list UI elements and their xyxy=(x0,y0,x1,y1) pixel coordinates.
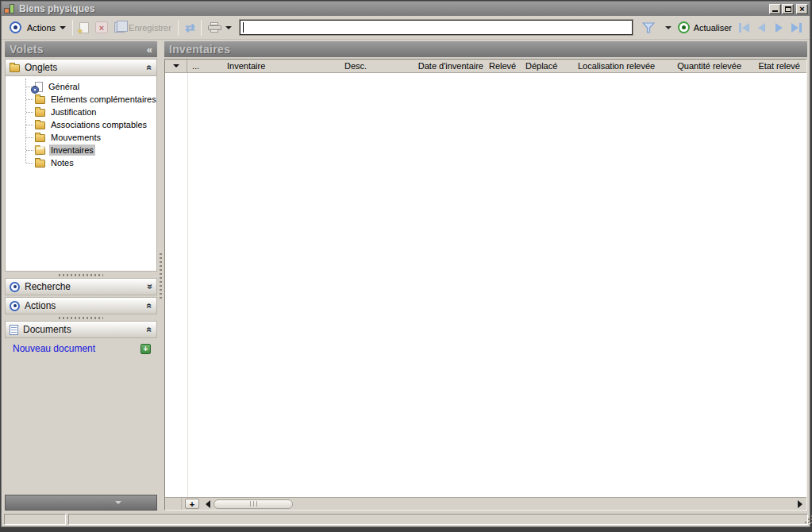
toolbar-separator xyxy=(72,20,73,36)
document-icon xyxy=(10,325,18,335)
tree-item-label: Justification xyxy=(49,106,98,118)
column-header-quantit-relev-e[interactable]: Quantité relevée xyxy=(672,60,751,72)
column-header-ellipsis[interactable]: ... xyxy=(187,60,224,72)
new-document-link[interactable]: Nouveau document xyxy=(13,343,140,354)
sidebar-item-associations-comptables[interactable]: Associations comptables xyxy=(6,118,156,131)
last-record-icon xyxy=(791,23,799,33)
folder-icon xyxy=(35,109,45,117)
chevron-up-icon[interactable]: « xyxy=(144,65,156,71)
last-record-button[interactable] xyxy=(787,20,805,36)
grid-header-row: ...InventaireDesc.Date d'inventaireRelev… xyxy=(165,60,806,73)
row-selector-dropdown[interactable] xyxy=(165,60,187,72)
minimize-icon xyxy=(772,10,778,12)
onglets-tree: GénéralEléments complémentairesJustifica… xyxy=(5,76,157,272)
save-button[interactable]: Enregistrer xyxy=(111,18,175,37)
resize-grip[interactable] xyxy=(805,522,806,523)
column-header-d-plac-[interactable]: Déplacé xyxy=(522,60,568,72)
sidebar-item-elements-complementaires[interactable]: Eléments complémentaires xyxy=(6,93,156,106)
new-record-icon: ★ xyxy=(79,22,89,33)
search-box xyxy=(240,20,632,35)
filter-button[interactable] xyxy=(639,18,658,37)
close-button[interactable]: × xyxy=(796,4,808,14)
folder-icon xyxy=(35,121,45,129)
delete-icon: × xyxy=(95,21,108,33)
refresh-button[interactable]: Actualiser xyxy=(675,18,735,37)
first-record-icon xyxy=(739,23,741,33)
horizontal-splitter[interactable] xyxy=(5,314,157,321)
scroll-corner xyxy=(166,498,182,510)
save-icon xyxy=(114,22,125,33)
horizontal-scrollbar: + xyxy=(165,497,806,510)
chevron-down-icon xyxy=(60,26,66,29)
section-documents-label: Documents xyxy=(23,324,147,335)
next-record-icon xyxy=(775,23,783,33)
filter-dropdown-button[interactable] xyxy=(658,18,675,37)
sidebar-item-notes[interactable]: Notes xyxy=(6,156,156,169)
previous-record-button[interactable] xyxy=(752,20,770,36)
vertical-splitter[interactable] xyxy=(157,41,164,511)
tree-item-label: Notes xyxy=(49,157,75,168)
sync-icon: ⇄ xyxy=(185,22,195,33)
sync-button[interactable]: ⇄ xyxy=(182,18,198,37)
close-icon: × xyxy=(799,5,804,13)
maximize-button[interactable] xyxy=(782,4,794,14)
main-header: Inventaires xyxy=(164,41,807,57)
previous-record-icon xyxy=(758,23,765,33)
sidebar-item-justification[interactable]: Justification xyxy=(6,106,156,118)
tree-connector xyxy=(26,112,33,113)
sidebar-item-general[interactable]: Général xyxy=(6,80,156,93)
sidebar-title: Volets xyxy=(10,43,147,56)
column-header-desc-[interactable]: Desc. xyxy=(340,60,410,72)
section-recherche-label: Recherche xyxy=(25,281,147,292)
new-document-row: Nouveau document + xyxy=(5,341,157,357)
arrow-left-icon xyxy=(206,500,210,508)
save-label: Enregistrer xyxy=(129,23,171,33)
thumb-grip xyxy=(250,501,257,507)
delete-record-button[interactable]: × xyxy=(92,18,111,37)
first-record-button[interactable] xyxy=(735,20,752,36)
chevron-down-icon xyxy=(115,501,121,504)
section-documents-header[interactable]: Documents « xyxy=(5,321,157,338)
scrollbar-thumb[interactable] xyxy=(214,499,293,509)
add-document-button[interactable]: + xyxy=(140,344,151,354)
search-input[interactable] xyxy=(244,21,629,33)
sidebar-bottom-bar[interactable] xyxy=(5,495,157,511)
next-record-button[interactable] xyxy=(770,20,787,36)
folder-icon xyxy=(35,134,45,142)
toolbar: Actions ★ × Enregistrer ⇄ xyxy=(2,16,810,40)
actions-menu-button[interactable]: Actions xyxy=(6,18,69,37)
actions-target-icon xyxy=(10,21,21,33)
status-bar xyxy=(2,513,810,526)
column-header-etat-relev-[interactable]: Etat relevé xyxy=(751,60,806,72)
section-actions-header[interactable]: Actions « xyxy=(5,297,157,314)
section-onglets-header[interactable]: Onglets « xyxy=(5,59,157,76)
refresh-label: Actualiser xyxy=(694,23,732,33)
app-window: Biens physiques × Actions ★ × Enregistre… xyxy=(1,1,810,527)
add-row-button[interactable]: + xyxy=(185,499,199,509)
sidebar-item-inventaires[interactable]: Inventaires xyxy=(6,144,156,156)
print-button[interactable] xyxy=(205,18,235,37)
app-icon xyxy=(4,4,15,14)
sidebar: Volets « Onglets « GénéralEléments compl… xyxy=(5,41,157,511)
chevron-down-icon[interactable]: « xyxy=(144,284,156,290)
sidebar-item-mouvements[interactable]: Mouvements xyxy=(6,131,156,144)
chevron-up-icon[interactable]: « xyxy=(144,303,156,309)
actions-target-icon xyxy=(10,301,20,311)
collapse-sidebar-icon[interactable]: « xyxy=(147,44,152,56)
new-record-button[interactable]: ★ xyxy=(76,18,92,37)
scroll-right-button[interactable] xyxy=(795,499,806,510)
section-recherche-header[interactable]: Recherche « xyxy=(5,278,157,295)
minimize-button[interactable] xyxy=(769,4,781,14)
main-panel: Inventaires ...InventaireDesc.Date d'inv… xyxy=(164,41,807,511)
print-chevron-down-icon xyxy=(225,26,232,29)
grid-body[interactable] xyxy=(165,73,806,497)
horizontal-splitter[interactable] xyxy=(5,272,157,278)
column-header-localisation-relev-e[interactable]: Localisation relevée xyxy=(568,60,672,72)
chevron-up-icon[interactable]: « xyxy=(144,327,156,333)
scroll-left-button[interactable] xyxy=(202,499,214,510)
column-header-inventaire[interactable]: Inventaire xyxy=(224,60,340,72)
status-cell-main xyxy=(68,514,808,525)
tree-connector xyxy=(26,125,33,125)
column-header-relev-[interactable]: Relevé xyxy=(487,60,522,72)
column-header-date-d-inventaire[interactable]: Date d'inventaire xyxy=(410,60,487,72)
